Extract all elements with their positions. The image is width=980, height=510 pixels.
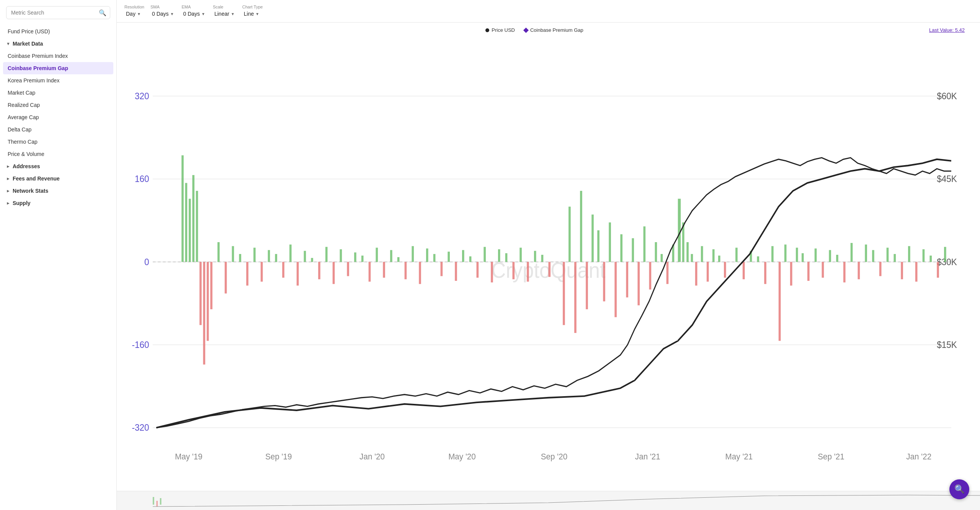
svg-rect-132 — [879, 262, 882, 276]
svg-rect-70 — [477, 262, 479, 278]
sidebar-section-addresses[interactable]: ► Addresses — [0, 160, 116, 172]
svg-rect-75 — [513, 262, 515, 279]
svg-text:160: 160 — [135, 174, 149, 184]
svg-rect-80 — [549, 262, 551, 277]
svg-text:Jan '20: Jan '20 — [359, 451, 385, 461]
scale-label: Scale — [213, 5, 236, 9]
sidebar-item-thermo-cap[interactable]: Thermo Cap — [0, 136, 116, 148]
last-value: Last Value: 5.42 — [929, 27, 972, 33]
svg-rect-32 — [207, 262, 209, 341]
sidebar-item-coinbase-premium-index[interactable]: Coinbase Premium Index — [0, 50, 116, 62]
svg-rect-59 — [397, 257, 400, 262]
svg-rect-127 — [843, 262, 846, 283]
svg-rect-54 — [361, 256, 364, 262]
svg-rect-112 — [743, 262, 745, 279]
sma-select[interactable]: 0 Days ▼ — [150, 10, 175, 18]
sidebar: 🔍 Fund Price (USD) ▼ Market Data Coinbas… — [0, 0, 117, 510]
svg-rect-71 — [483, 247, 486, 262]
svg-rect-128 — [851, 243, 853, 262]
resolution-arrow: ▼ — [137, 12, 141, 16]
svg-rect-115 — [764, 262, 766, 284]
svg-rect-84 — [580, 191, 582, 262]
svg-rect-120 — [796, 248, 798, 262]
svg-rect-85 — [586, 262, 588, 310]
ema-select[interactable]: 0 Days ▼ — [181, 10, 206, 18]
svg-rect-34 — [217, 242, 220, 262]
chart-type-group: Chart Type Line ▼ — [242, 5, 263, 18]
sidebar-item-fund-price[interactable]: Fund Price (USD) — [0, 25, 116, 38]
svg-rect-63 — [426, 248, 428, 262]
svg-rect-76 — [519, 248, 522, 262]
svg-rect-47 — [311, 258, 313, 262]
svg-rect-69 — [469, 256, 472, 262]
svg-rect-141 — [944, 247, 946, 262]
scale-arrow: ▼ — [231, 12, 235, 16]
sidebar-item-coinbase-premium-gap[interactable]: Coinbase Premium Gap — [3, 62, 113, 74]
svg-rect-87 — [597, 230, 599, 262]
svg-rect-35 — [225, 262, 227, 294]
svg-rect-144 — [156, 501, 158, 507]
svg-rect-117 — [779, 262, 781, 341]
svg-rect-139 — [929, 256, 932, 262]
scale-group: Scale Linear ▼ — [213, 5, 236, 18]
sidebar-item-delta-cap[interactable]: Delta Cap — [0, 123, 116, 136]
svg-rect-29 — [196, 191, 198, 262]
svg-rect-129 — [858, 262, 860, 279]
sidebar-item-market-cap[interactable]: Market Cap — [0, 87, 116, 99]
svg-rect-118 — [784, 244, 787, 262]
resolution-select[interactable]: Day ▼ — [124, 10, 144, 18]
toolbar: Resolution Day ▼ SMA 0 Days ▼ EMA 0 Days… — [117, 0, 980, 23]
sidebar-section-fees-revenue[interactable]: ► Fees and Revenue — [0, 172, 116, 185]
svg-rect-143 — [153, 497, 154, 505]
svg-rect-66 — [448, 252, 450, 262]
svg-rect-77 — [527, 262, 529, 282]
svg-rect-39 — [253, 248, 256, 262]
svg-text:May '21: May '21 — [725, 451, 753, 461]
chart-type-arrow: ▼ — [255, 12, 259, 16]
svg-rect-45 — [297, 262, 299, 286]
svg-rect-38 — [246, 262, 248, 286]
chart-type-select[interactable]: Line ▼ — [242, 10, 263, 18]
svg-rect-126 — [836, 255, 838, 262]
search-fab[interactable]: 🔍 — [949, 479, 969, 499]
sidebar-item-price-volume[interactable]: Price & Volume — [0, 148, 116, 160]
svg-text:Sep '19: Sep '19 — [265, 451, 292, 461]
svg-rect-68 — [462, 250, 464, 262]
svg-rect-55 — [369, 262, 371, 282]
svg-rect-40 — [261, 262, 263, 282]
svg-rect-111 — [735, 248, 738, 262]
sma-arrow: ▼ — [170, 12, 174, 16]
svg-rect-30 — [199, 262, 202, 325]
svg-rect-73 — [498, 249, 500, 262]
svg-rect-53 — [354, 253, 356, 262]
svg-rect-98 — [661, 254, 663, 262]
svg-rect-95 — [644, 226, 646, 262]
sidebar-item-realized-cap[interactable]: Realized Cap — [0, 99, 116, 111]
sidebar-section-supply[interactable]: ► Supply — [0, 197, 116, 209]
mini-chart-svg — [117, 491, 980, 510]
svg-rect-145 — [160, 498, 162, 505]
price-dot — [485, 28, 489, 32]
sidebar-section-market-data[interactable]: ▼ Market Data — [0, 38, 116, 50]
search-icon: 🔍 — [954, 484, 965, 494]
svg-rect-74 — [505, 253, 508, 262]
svg-rect-25 — [181, 155, 184, 262]
svg-rect-52 — [347, 262, 349, 276]
svg-rect-37 — [239, 254, 241, 262]
svg-rect-108 — [712, 249, 715, 262]
search-input[interactable] — [6, 6, 110, 19]
search-icon: 🔍 — [99, 9, 106, 16]
sidebar-item-average-cap[interactable]: Average Cap — [0, 111, 116, 123]
chart-type-label: Chart Type — [242, 5, 263, 9]
svg-rect-134 — [894, 254, 896, 262]
legend-row: Price USD Coinbase Premium Gap Last Valu… — [117, 23, 980, 33]
mini-chart[interactable] — [117, 491, 980, 510]
sidebar-item-korea-premium-index[interactable]: Korea Premium Index — [0, 74, 116, 87]
svg-rect-106 — [701, 246, 703, 262]
svg-rect-105 — [695, 262, 697, 286]
svg-rect-121 — [802, 253, 804, 262]
scale-select[interactable]: Linear ▼ — [213, 10, 236, 18]
svg-rect-78 — [534, 251, 536, 262]
sidebar-section-network-stats[interactable]: ► Network Stats — [0, 185, 116, 197]
search-container: 🔍 — [6, 6, 110, 19]
